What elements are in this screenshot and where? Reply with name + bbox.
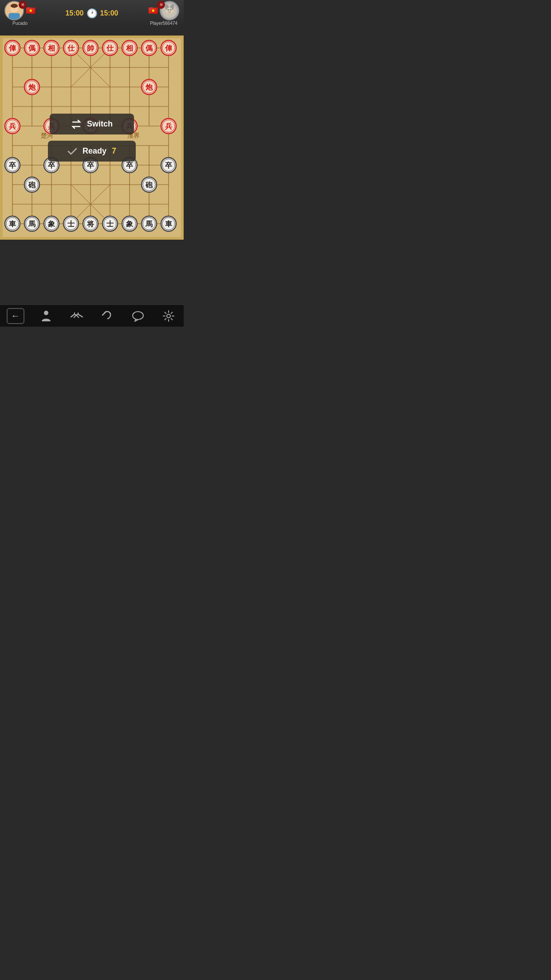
svg-text:象: 象 <box>126 220 134 228</box>
svg-point-144 <box>44 311 48 315</box>
timer1: 15:00 <box>66 9 84 17</box>
handshake-icon <box>70 311 83 321</box>
svg-text:卒: 卒 <box>126 161 134 169</box>
svg-point-11 <box>167 9 169 11</box>
svg-text:士: 士 <box>106 220 114 228</box>
settings-icon <box>163 310 174 322</box>
svg-text:車: 車 <box>165 220 173 228</box>
svg-text:俥: 俥 <box>8 44 16 52</box>
svg-point-4 <box>11 4 18 8</box>
ready-button[interactable]: Ready 7 <box>48 141 136 162</box>
person-icon <box>41 310 51 322</box>
timer2: 15:00 <box>100 9 118 17</box>
svg-text:卒: 卒 <box>87 161 94 169</box>
header: 将 🇻🇳 Pucado 15:00 🕐 15:00 🇻🇳 <box>0 0 184 27</box>
undo-icon <box>102 311 113 321</box>
back-button[interactable]: ← <box>7 308 24 324</box>
svg-text:帥: 帥 <box>87 44 94 52</box>
timer-area: 15:00 🕐 15:00 <box>35 8 148 19</box>
undo-button[interactable] <box>98 307 116 325</box>
player2-badge: 帅 <box>157 1 165 9</box>
svg-point-12 <box>170 9 172 11</box>
svg-text:砲: 砲 <box>145 181 153 189</box>
player-button[interactable] <box>37 307 55 325</box>
svg-text:将: 将 <box>87 220 94 228</box>
svg-text:馬: 馬 <box>145 220 153 228</box>
player2-flag: 🇻🇳 <box>148 6 158 16</box>
switch-icon <box>71 120 82 129</box>
svg-text:俥: 俥 <box>165 44 173 52</box>
board-wrapper: 楚河 漢界 俥 傌 <box>0 36 184 240</box>
svg-text:馬: 馬 <box>28 220 35 228</box>
board-grid: 楚河 漢界 俥 傌 <box>3 38 181 237</box>
svg-text:砲: 砲 <box>28 181 36 189</box>
svg-rect-14 <box>3 38 181 237</box>
switch-button[interactable]: Switch <box>50 114 134 134</box>
player1-flag: 🇻🇳 <box>26 6 35 16</box>
app-container: 将 🇻🇳 Pucado 15:00 🕐 15:00 🇻🇳 <box>0 0 184 327</box>
svg-text:相: 相 <box>47 44 55 52</box>
svg-text:炮: 炮 <box>145 83 153 91</box>
svg-rect-2 <box>8 13 20 20</box>
clock-icon: 🕐 <box>87 8 98 19</box>
svg-text:炮: 炮 <box>28 83 36 91</box>
player1-name: Pucado <box>12 21 28 26</box>
board: 楚河 漢界 俥 傌 <box>3 38 181 237</box>
bottom-spacer <box>0 240 184 249</box>
handshake-button[interactable] <box>68 307 86 325</box>
ready-label: Ready <box>83 146 106 156</box>
svg-text:相: 相 <box>126 44 133 52</box>
player2-avatar-wrapper: 帅 <box>160 1 179 20</box>
svg-text:仕: 仕 <box>106 44 114 52</box>
svg-text:仕: 仕 <box>67 44 75 52</box>
svg-point-145 <box>133 312 143 320</box>
svg-text:卒: 卒 <box>48 161 55 169</box>
player1-info: 将 🇻🇳 Pucado <box>4 1 35 26</box>
svg-text:士: 士 <box>67 220 75 228</box>
back-icon: ← <box>11 311 20 321</box>
svg-text:傌: 傌 <box>28 44 35 52</box>
chat-icon <box>132 310 144 322</box>
player1-avatar-wrapper: 将 <box>4 1 24 20</box>
player2-info: 🇻🇳 <box>148 1 179 26</box>
settings-button[interactable] <box>160 307 177 325</box>
player2-name: Player566474 <box>150 21 177 26</box>
svg-point-146 <box>167 314 170 318</box>
top-spacer <box>0 27 184 36</box>
svg-point-13 <box>168 11 171 13</box>
toolbar: ← <box>0 304 184 327</box>
svg-text:車: 車 <box>9 220 16 228</box>
switch-label: Switch <box>87 119 113 129</box>
player1-badge: 将 <box>19 1 27 9</box>
svg-text:卒: 卒 <box>165 161 173 169</box>
svg-text:象: 象 <box>48 220 55 228</box>
svg-text:兵: 兵 <box>9 122 16 130</box>
svg-text:傌: 傌 <box>145 44 153 52</box>
svg-text:兵: 兵 <box>165 122 173 130</box>
svg-text:卒: 卒 <box>9 161 16 169</box>
ready-count: 7 <box>112 146 116 156</box>
chat-button[interactable] <box>129 307 147 325</box>
ready-check-icon <box>67 147 77 155</box>
